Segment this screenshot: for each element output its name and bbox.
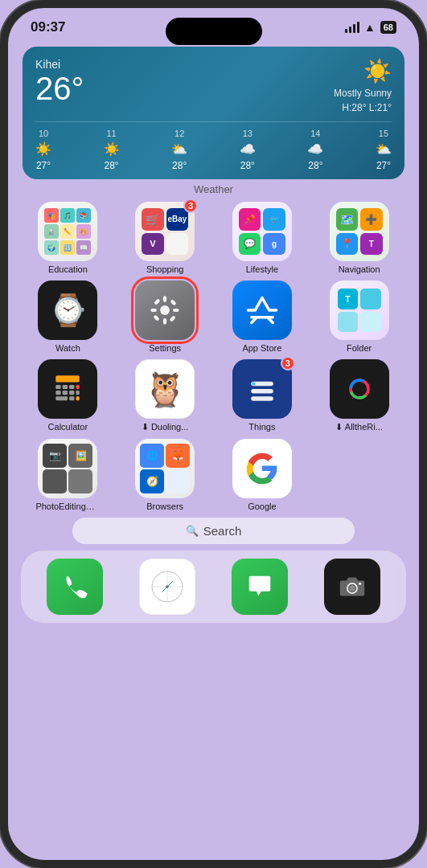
forecast-day-2: 11 ☀️ 28° <box>104 129 120 171</box>
shopping-badge: 3 <box>183 199 198 213</box>
allrights-icon <box>342 371 377 407</box>
svg-point-24 <box>252 389 256 393</box>
app-browsers[interactable]: 🌐 🦊 🧭 Browsers <box>118 439 212 511</box>
app-watch-label: Watch <box>55 343 80 353</box>
settings-ring <box>131 276 199 344</box>
weather-high-low: H:28° L:21° <box>334 102 392 113</box>
svg-rect-20 <box>76 396 80 400</box>
svg-rect-14 <box>56 391 61 395</box>
google-icon <box>244 450 281 487</box>
battery-icon: 68 <box>380 21 396 34</box>
app-navigation[interactable]: 🗺️ ➕ 📍 T Navigation <box>312 202 406 274</box>
forecast-day-1: 10 ☀️ 27° <box>35 129 51 171</box>
app-folder[interactable]: T Folder <box>312 280 406 353</box>
app-google[interactable]: Google <box>216 439 310 511</box>
app-duolingo-label: ⬇ Duoling... <box>142 422 189 432</box>
dock <box>21 551 406 623</box>
svg-rect-17 <box>76 391 80 395</box>
things-badge: 3 <box>281 356 295 371</box>
appstore-icon <box>244 293 280 328</box>
svg-point-26 <box>252 397 256 401</box>
svg-rect-10 <box>56 385 61 389</box>
app-settings-label: Settings <box>149 343 181 353</box>
app-grid-row3: Calculator 🦉 ⬇ Duoling... 3 <box>8 359 419 432</box>
dock-app-messages[interactable] <box>232 559 288 615</box>
weather-forecast: 10 ☀️ 27° 11 ☀️ 28° 12 ⛅ 28° 13 ☁️ 2 <box>35 121 392 171</box>
weather-temperature: 26° <box>35 72 84 104</box>
status-icons: ▲ 68 <box>345 21 396 34</box>
app-photo-editing[interactable]: 📷 🖼️ PhotoEditingSh... <box>21 439 115 511</box>
svg-rect-15 <box>63 391 68 395</box>
weather-sun-icon: ☀️ <box>334 58 392 84</box>
app-allrights[interactable]: ⬇ AlltheRi... <box>312 359 406 432</box>
app-shopping[interactable]: 3 🛒 eBay V Shopping <box>118 202 212 274</box>
forecast-day-4: 13 ☁️ 28° <box>240 129 256 171</box>
phone-inner: 09:37 ▲ 68 Kihei 26° <box>8 8 419 860</box>
app-appstore-label: App Store <box>242 343 281 353</box>
forecast-day-3: 12 ⛅ 28° <box>171 129 187 171</box>
app-education[interactable]: 🎭 🎵 📚 🔬 ✏️ 🎨 🌍 🔢 📖 Education <box>21 202 115 274</box>
svg-rect-18 <box>56 396 68 400</box>
app-navigation-label: Navigation <box>339 264 380 274</box>
signal-icon <box>345 22 359 33</box>
app-watch[interactable]: ⌚ Watch <box>21 280 115 353</box>
app-things[interactable]: 3 Things <box>216 359 310 432</box>
messages-icon <box>244 571 275 602</box>
calculator-icon <box>51 372 84 406</box>
app-lifestyle-label: Lifestyle <box>246 264 278 274</box>
svg-rect-12 <box>69 385 74 389</box>
dynamic-island <box>166 18 262 45</box>
weather-widget[interactable]: Kihei 26° ☀️ Mostly Sunny H:28° L:21° 10… <box>23 47 404 179</box>
svg-rect-9 <box>56 375 80 382</box>
app-empty-slot <box>312 439 406 511</box>
things-icon <box>244 371 281 407</box>
app-grid-row4: 📷 🖼️ PhotoEditingSh... 🌐 🦊 <box>8 439 419 511</box>
search-label: Search <box>203 524 242 538</box>
app-folder-label: Folder <box>347 343 372 353</box>
dock-app-phone[interactable] <box>47 559 103 615</box>
app-allrights-label: ⬇ AlltheRi... <box>335 422 383 432</box>
phone-frame: 09:37 ▲ 68 Kihei 26° <box>0 0 427 868</box>
svg-rect-11 <box>63 385 68 389</box>
app-things-label: Things <box>248 422 275 432</box>
app-google-label: Google <box>248 502 276 511</box>
app-photo-editing-label: PhotoEditingSh... <box>35 502 100 511</box>
svg-point-22 <box>252 382 256 386</box>
weather-description: Mostly Sunny <box>334 88 392 99</box>
svg-rect-19 <box>69 396 74 400</box>
search-bar[interactable]: 🔍 Search <box>72 518 355 544</box>
app-calculator-label: Calculator <box>48 422 88 432</box>
svg-point-39 <box>359 583 361 585</box>
app-grid-row1: 🎭 🎵 📚 🔬 ✏️ 🎨 🌍 🔢 📖 Education <box>8 202 419 274</box>
status-time: 09:37 <box>31 19 65 35</box>
app-shopping-label: Shopping <box>146 264 184 274</box>
camera-icon <box>337 571 367 602</box>
svg-rect-13 <box>76 385 80 389</box>
search-icon: 🔍 <box>186 525 199 537</box>
forecast-day-6: 15 ⛅ 27° <box>376 129 392 171</box>
wifi-icon: ▲ <box>364 21 376 34</box>
svg-point-36 <box>166 585 168 588</box>
app-calculator[interactable]: Calculator <box>21 359 115 432</box>
app-browsers-label: Browsers <box>146 502 183 511</box>
phone-icon <box>60 571 90 602</box>
dock-app-camera[interactable] <box>324 559 380 615</box>
app-education-label: Education <box>48 264 88 274</box>
svg-rect-16 <box>69 391 74 395</box>
safari-icon <box>150 570 184 604</box>
app-settings[interactable]: Settings <box>118 280 212 353</box>
app-grid-row2: ⌚ Watch <box>8 280 419 353</box>
svg-point-38 <box>349 585 355 592</box>
forecast-day-5: 14 ☁️ 28° <box>307 129 323 171</box>
app-duolingo[interactable]: 🦉 ⬇ Duoling... <box>118 359 212 432</box>
app-appstore[interactable]: App Store <box>216 280 310 353</box>
weather-location: Kihei <box>35 58 84 71</box>
weather-widget-label: Weather <box>8 183 419 195</box>
app-lifestyle[interactable]: 📌 🐦 💬 g Lifestyle <box>216 202 310 274</box>
dock-app-safari[interactable] <box>139 559 195 615</box>
